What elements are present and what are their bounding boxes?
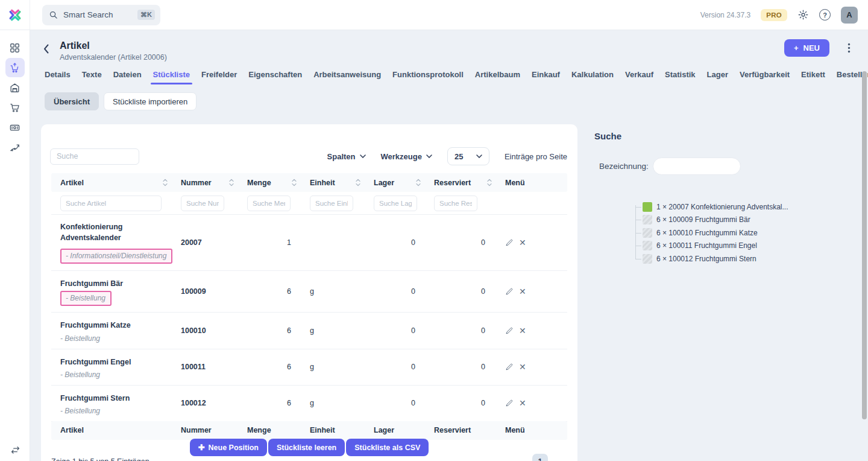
filter-reserviert-input[interactable]: [434, 196, 477, 211]
delete-x-icon[interactable]: ✕: [519, 363, 526, 371]
smart-search-bar[interactable]: Smart Search ⌘K: [42, 5, 160, 25]
tab-freifelder[interactable]: Freifelder: [201, 70, 237, 84]
tab-texte[interactable]: Texte: [82, 70, 102, 84]
tab-verkauf[interactable]: Verkauf: [625, 70, 653, 84]
tab-artikelbaum[interactable]: Artikelbaum: [475, 70, 520, 84]
tree-item[interactable]: 6 × 100009 Fruchtgummi Bär: [643, 214, 868, 227]
sidebar-item-finance[interactable]: [5, 118, 25, 137]
row-artikel-badge: - Beistellung: [60, 370, 100, 379]
chart-trend-icon: [9, 142, 20, 153]
filter-menge-input[interactable]: [247, 196, 291, 211]
filter-lager-input[interactable]: [374, 196, 417, 211]
row-artikel-name: Fruchtgummi Stern: [60, 393, 175, 404]
spalten-dropdown[interactable]: Spalten: [327, 152, 366, 161]
neu-button[interactable]: + NEU: [784, 39, 829, 57]
row-artikel-badge: - Beistellung: [60, 407, 100, 415]
col-header-lager[interactable]: Lager: [374, 179, 434, 187]
sidebar-item-reports[interactable]: [5, 138, 25, 157]
edit-pencil-icon[interactable]: [505, 399, 514, 407]
stueckliste-als-csv-button[interactable]: Stückliste als CSV: [346, 439, 429, 456]
stueckliste-leeren-button[interactable]: Stückliste leeren: [268, 439, 345, 456]
tab-dateien[interactable]: Dateien: [113, 70, 142, 84]
trolley-icon: [9, 102, 20, 113]
tab-lager[interactable]: Lager: [707, 70, 728, 84]
table-row[interactable]: Fruchtgummi Engel- Beistellung 100011 6 …: [51, 349, 567, 386]
page-size-select[interactable]: 25: [447, 147, 489, 165]
sidebar-item-warehouse[interactable]: [5, 78, 25, 97]
row-reserviert: 0: [434, 287, 505, 296]
stueckliste-tree: 1 × 20007 Konfektionierung Adventskal...…: [643, 200, 868, 265]
tab-stueckliste[interactable]: Stückliste: [153, 70, 190, 84]
tab-funktionsprotokoll[interactable]: Funktionsprotokoll: [392, 70, 464, 84]
more-options-kebab-icon[interactable]: [848, 43, 851, 53]
bezeichnung-input[interactable]: [653, 157, 741, 175]
edit-pencil-icon[interactable]: [505, 326, 514, 335]
tab-etikett[interactable]: Etikett: [801, 70, 825, 84]
row-einheit: g: [310, 363, 374, 371]
help-icon[interactable]: ?: [819, 9, 831, 21]
delete-x-icon[interactable]: ✕: [519, 399, 526, 407]
filter-artikel-input[interactable]: [60, 196, 162, 211]
tab-einkauf[interactable]: Einkauf: [532, 70, 560, 84]
tree-square-gray-icon: [643, 254, 652, 264]
chevron-down-icon: [476, 154, 482, 158]
werkzeuge-dropdown[interactable]: Werkzeuge: [381, 152, 432, 161]
sidebar-collapse-toggle[interactable]: [5, 440, 25, 459]
user-avatar[interactable]: A: [841, 7, 858, 24]
tree-square-green-icon: [643, 202, 652, 212]
tab-eigenschaften[interactable]: Eigenschaften: [248, 70, 302, 84]
neue-position-button[interactable]: ✚Neue Position: [190, 439, 267, 456]
table-filter-row: [51, 192, 567, 215]
col-header-artikel[interactable]: Artikel: [51, 179, 181, 187]
edit-pencil-icon[interactable]: [505, 238, 514, 247]
table-row[interactable]: Konfektionierung Adventskalender- Inform…: [51, 215, 567, 271]
table-row[interactable]: Fruchtgummi Katze- Beistellung 100010 6 …: [51, 313, 567, 349]
edit-pencil-icon[interactable]: [505, 363, 514, 371]
tab-details[interactable]: Details: [45, 70, 71, 84]
delete-x-icon[interactable]: ✕: [519, 326, 526, 335]
cash-icon: [9, 122, 20, 133]
sidebar-item-dashboard[interactable]: [5, 38, 25, 57]
app-logo[interactable]: [0, 0, 30, 30]
subtab-uebersicht[interactable]: Übersicht: [45, 92, 99, 110]
sidebar-item-sales[interactable]: [5, 98, 25, 117]
tab-statistik[interactable]: Statistik: [665, 70, 696, 84]
smart-search-placeholder: Smart Search: [63, 10, 132, 19]
delete-x-icon[interactable]: ✕: [519, 287, 526, 296]
next-page-arrow-icon[interactable]: →: [558, 456, 567, 461]
vertical-scrollbar[interactable]: [862, 71, 867, 419]
col-header-einheit[interactable]: Einheit: [310, 179, 374, 187]
archive-box-icon: [9, 82, 20, 94]
tab-arbeitsanweisung[interactable]: Arbeitsanweisung: [313, 70, 381, 84]
table-toolbar: Spalten Werkzeuge 25 Einträge pro Seite: [41, 124, 577, 173]
filter-nummer-input[interactable]: [181, 196, 224, 211]
delete-x-icon[interactable]: ✕: [519, 238, 526, 247]
tree-square-gray-icon: [643, 241, 652, 250]
filter-einheit-input[interactable]: [310, 196, 353, 211]
settings-gear-icon[interactable]: [797, 9, 809, 21]
edit-pencil-icon[interactable]: [505, 287, 514, 296]
bezeichnung-label: Bezeichnung:: [599, 162, 649, 171]
col-header-reserviert[interactable]: Reserviert: [434, 179, 505, 187]
tree-item[interactable]: 6 × 100012 Fruchtgummi Stern: [643, 252, 868, 265]
table-row[interactable]: Fruchtgummi Stern- Beistellung 100012 6 …: [51, 386, 567, 422]
pro-badge: PRO: [761, 9, 787, 21]
table-row[interactable]: Fruchtgummi Bär- Beistellung 100009 6 g …: [51, 271, 567, 313]
row-artikel-name: Konfektionierung Adventskalender: [60, 221, 151, 243]
col-header-nummer[interactable]: Nummer: [181, 179, 247, 187]
row-artikel-badge: - Informationsteil/Dienstleistung: [60, 249, 172, 264]
table-search-input[interactable]: [50, 148, 139, 165]
subtab-stueckliste-importieren[interactable]: Stückliste importieren: [104, 92, 197, 110]
search-side-panel: Suche Bezeichnung: 1 × 20007 Konfektioni…: [577, 124, 868, 461]
tree-item[interactable]: 6 × 100010 Fruchtgummi Katze: [643, 226, 868, 240]
tab-verfuegbarkeit[interactable]: Verfügbarkeit: [740, 70, 790, 84]
tab-kalkulation[interactable]: Kalkulation: [571, 70, 614, 84]
row-reserviert: 0: [434, 363, 505, 371]
back-button[interactable]: [43, 44, 49, 54]
tree-item[interactable]: 1 × 20007 Konfektionierung Adventskal...: [643, 200, 868, 214]
col-header-menge[interactable]: Menge: [247, 179, 310, 187]
prev-page-arrow-icon[interactable]: ←: [513, 456, 522, 461]
tree-item[interactable]: 6 × 100011 Fruchtgummi Engel: [643, 240, 868, 253]
tree-square-gray-icon: [643, 215, 652, 224]
sidebar-item-procurement[interactable]: [5, 58, 25, 77]
